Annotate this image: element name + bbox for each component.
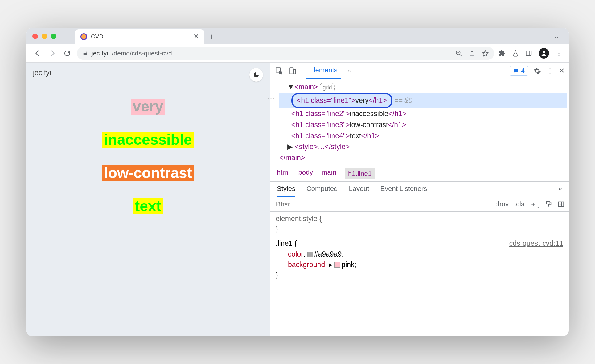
browser-tab[interactable]: CVD ✕ bbox=[75, 29, 204, 44]
breadcrumb-item-active[interactable]: h1.line1 bbox=[345, 168, 375, 179]
eq-dollar-zero: == $0 bbox=[392, 96, 412, 104]
back-button[interactable] bbox=[32, 48, 43, 59]
dom-main-close[interactable]: </main> bbox=[279, 154, 305, 162]
styles-filter-input[interactable] bbox=[270, 197, 491, 211]
styles-filter-row: :hov .cls ＋⌄ bbox=[270, 197, 569, 212]
rule-selector[interactable]: .line1 { bbox=[276, 239, 297, 247]
forward-button[interactable] bbox=[47, 48, 58, 59]
dom-selected-node[interactable]: <h1 class="line1">very</h1> == $0 bbox=[279, 93, 567, 109]
demo-line2: inaccessible bbox=[102, 132, 194, 148]
issues-count: 4 bbox=[521, 67, 525, 75]
devtools-settings-icon[interactable] bbox=[534, 67, 541, 75]
browser-menu-icon[interactable]: ⋮ bbox=[555, 49, 563, 58]
minimize-window-button[interactable] bbox=[42, 34, 47, 39]
reload-button[interactable] bbox=[62, 48, 72, 59]
breadcrumb-item[interactable]: body bbox=[298, 168, 313, 179]
address-bar[interactable]: jec.fyi/demo/cds-quest-cvd bbox=[77, 47, 494, 60]
dom-node[interactable]: ▶ <style>…</style> bbox=[279, 141, 567, 152]
breadcrumb-item[interactable]: main bbox=[322, 168, 336, 179]
new-style-rule-icon[interactable]: ＋⌄ bbox=[530, 200, 540, 209]
more-subtabs-icon[interactable]: » bbox=[558, 185, 562, 197]
svg-rect-7 bbox=[548, 206, 549, 207]
more-panels-icon[interactable]: » bbox=[345, 66, 354, 75]
svg-rect-4 bbox=[290, 68, 293, 74]
window-controls bbox=[32, 34, 56, 39]
dom-node[interactable]: <h1 class="line2">inaccessible</h1> bbox=[279, 108, 567, 119]
inspect-element-icon[interactable] bbox=[274, 66, 284, 75]
dom-main-open[interactable]: <main> bbox=[294, 83, 318, 91]
prop-name[interactable]: color bbox=[288, 250, 303, 258]
styles-subtabs: Styles Computed Layout Event Listeners » bbox=[270, 181, 569, 197]
titlebar: CVD ✕ ＋ ⌄ bbox=[26, 28, 569, 44]
dom-node[interactable]: <h1 class="line3">low-contrast</h1> bbox=[279, 119, 567, 131]
tab-favicon-icon bbox=[80, 33, 87, 40]
close-tab-icon[interactable]: ✕ bbox=[193, 33, 199, 41]
devtools: Elements » 4 ⋮ ✕ ▼<main>grid <h1 class="… bbox=[270, 63, 569, 336]
element-style-open: element.style { bbox=[276, 213, 563, 224]
svg-rect-8 bbox=[559, 202, 564, 207]
paint-icon[interactable] bbox=[545, 201, 552, 208]
hov-toggle[interactable]: :hov bbox=[496, 200, 509, 208]
subtab-styles[interactable]: Styles bbox=[277, 185, 295, 197]
subtab-computed[interactable]: Computed bbox=[306, 185, 338, 197]
page-viewport: jec.fyi very inaccessible low-contrast t… bbox=[26, 63, 270, 336]
svg-rect-5 bbox=[293, 69, 296, 74]
svg-point-2 bbox=[543, 51, 545, 53]
devtools-close-icon[interactable]: ✕ bbox=[559, 67, 564, 75]
toolbar: jec.fyi/demo/cds-quest-cvd ⋮ bbox=[26, 44, 569, 63]
extensions-icon[interactable] bbox=[499, 50, 506, 57]
color-swatch-icon[interactable] bbox=[307, 252, 313, 257]
computed-sidebar-icon[interactable] bbox=[558, 201, 564, 208]
tab-title: CVD bbox=[91, 33, 103, 40]
rule-source-link[interactable]: cds-quest-cvd:11 bbox=[509, 238, 563, 249]
maximize-window-button[interactable] bbox=[51, 34, 56, 39]
styles-rules[interactable]: element.style { } .line1 { cds-quest-cvd… bbox=[270, 212, 569, 282]
url-path: /demo/cds-quest-cvd bbox=[112, 50, 172, 57]
demo-line4: text bbox=[133, 198, 163, 214]
panel-tab-elements[interactable]: Elements bbox=[306, 63, 341, 79]
side-panel-icon[interactable] bbox=[525, 50, 532, 57]
dom-node[interactable]: <h1 class="line4">text</h1> bbox=[279, 131, 567, 142]
page-brand: jec.fyi bbox=[33, 69, 263, 77]
element-style-close: } bbox=[276, 224, 563, 235]
device-toolbar-icon[interactable] bbox=[288, 66, 297, 75]
color-swatch-icon[interactable] bbox=[334, 262, 340, 268]
zoom-icon[interactable] bbox=[455, 50, 462, 57]
dom-tree[interactable]: ▼<main>grid <h1 class="line1">very</h1> … bbox=[270, 79, 569, 166]
browser-window: CVD ✕ ＋ ⌄ jec.fyi/demo/cds-quest-cvd bbox=[26, 28, 569, 336]
rule-close: } bbox=[276, 270, 563, 281]
breadcrumb-item[interactable]: html bbox=[277, 168, 290, 179]
share-icon[interactable] bbox=[469, 50, 475, 57]
subtab-layout[interactable]: Layout bbox=[349, 185, 369, 197]
demo-line1: very bbox=[131, 99, 165, 115]
demo-content: very inaccessible low-contrast text bbox=[33, 99, 263, 214]
devtools-toolbar: Elements » 4 ⋮ ✕ bbox=[270, 63, 569, 79]
tabs-dropdown-icon[interactable]: ⌄ bbox=[553, 32, 560, 40]
close-window-button[interactable] bbox=[32, 34, 38, 39]
grid-badge[interactable]: grid bbox=[320, 83, 334, 92]
lock-icon bbox=[82, 51, 88, 56]
cls-toggle[interactable]: .cls bbox=[514, 200, 524, 208]
devtools-menu-icon[interactable]: ⋮ bbox=[547, 67, 553, 75]
prop-value[interactable]: #a9a9a9; bbox=[314, 250, 344, 258]
url-host: jec.fyi bbox=[92, 50, 108, 57]
bookmark-star-icon[interactable] bbox=[482, 50, 489, 57]
demo-line3: low-contrast bbox=[102, 165, 194, 181]
subtab-event-listeners[interactable]: Event Listeners bbox=[380, 185, 427, 197]
profile-avatar-icon[interactable] bbox=[539, 48, 549, 59]
svg-rect-6 bbox=[547, 202, 550, 204]
svg-rect-1 bbox=[526, 51, 531, 55]
dark-mode-toggle[interactable] bbox=[249, 68, 263, 82]
labs-icon[interactable] bbox=[512, 50, 519, 57]
dom-breadcrumb: html body main h1.line1 bbox=[270, 166, 569, 181]
new-tab-button[interactable]: ＋ bbox=[204, 29, 219, 44]
issues-badge[interactable]: 4 bbox=[510, 66, 528, 76]
prop-value[interactable]: pink; bbox=[341, 261, 356, 269]
prop-name[interactable]: background bbox=[288, 261, 325, 269]
